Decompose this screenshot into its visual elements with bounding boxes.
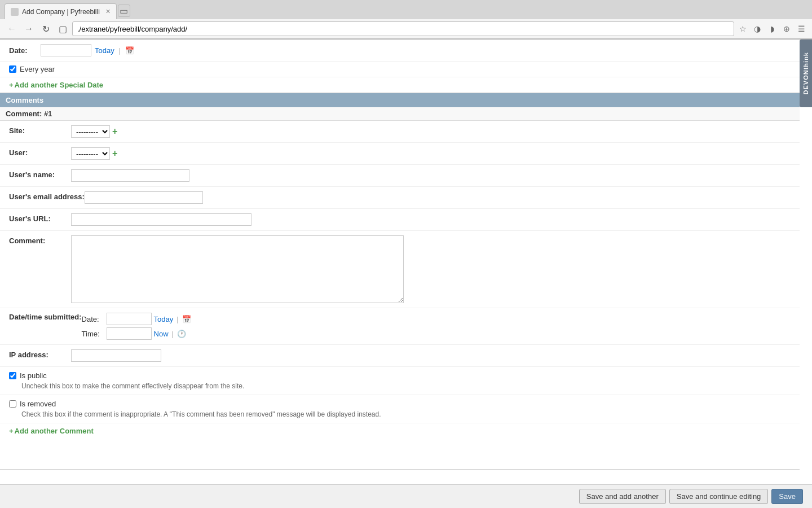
url-input[interactable]	[71, 213, 251, 226]
devonthink-label: DEVONthink	[802, 52, 809, 94]
date-sublabel: Date:	[82, 315, 104, 323]
datetime-field-row: Date/time submitted: Date: Today | 📅 Tim…	[0, 308, 800, 345]
is-public-label: Is public	[20, 371, 47, 380]
url-bar[interactable]	[72, 21, 734, 36]
url-value	[71, 213, 791, 226]
clock-icon[interactable]: 🕐	[177, 330, 186, 338]
is-removed-checkbox[interactable]	[9, 400, 16, 408]
bookmark-icon[interactable]: ☆	[736, 23, 749, 35]
ip-input[interactable]	[71, 349, 161, 362]
url-label: User's URL:	[9, 213, 71, 223]
top-date-label: Date:	[9, 46, 37, 55]
email-input[interactable]	[85, 191, 203, 204]
new-tab-button[interactable]: ▭	[118, 5, 130, 17]
add-special-date-link[interactable]: +Add another Special Date	[9, 81, 103, 89]
devonthink-sidebar[interactable]: DEVONthink	[800, 40, 812, 107]
user-select[interactable]: ---------	[71, 147, 110, 160]
save-continue-button[interactable]: Save and continue editing	[669, 489, 769, 504]
is-removed-line: Is removed	[9, 400, 791, 408]
comment-label: Comment:	[9, 235, 71, 245]
email-value	[85, 191, 791, 204]
time-line: Time: Now | 🕐	[82, 327, 191, 340]
submitted-date-input[interactable]	[107, 313, 152, 325]
top-date-row: Date: Today | 📅	[0, 40, 800, 62]
date-line: Date: Today | 📅	[82, 313, 191, 325]
username-input[interactable]	[71, 169, 189, 182]
back-button[interactable]: ←	[5, 21, 19, 36]
site-label: Site:	[9, 125, 71, 135]
moon-icon[interactable]: ◗	[766, 23, 778, 35]
every-year-label: Every year	[20, 65, 55, 73]
site-field-row: Site: --------- +	[0, 121, 800, 143]
active-tab[interactable]: Add Company | Pyfreebilli ✕	[5, 3, 117, 19]
is-public-checkbox[interactable]	[9, 372, 16, 379]
forward-button[interactable]: →	[21, 21, 36, 36]
plus-icon: +	[9, 81, 14, 89]
add-another-comment-row: +Add another Comment	[0, 423, 800, 470]
url-field-row: User's URL:	[0, 209, 800, 231]
user-value: --------- +	[71, 147, 791, 160]
comment-field-row: Comment:	[0, 231, 800, 308]
submitted-time-input[interactable]	[107, 327, 152, 340]
calendar-icon[interactable]: 📅	[125, 46, 134, 55]
plus-icon-comment: +	[9, 427, 14, 435]
email-label: User's email address:	[9, 191, 85, 201]
separator3: |	[172, 330, 174, 338]
shield-icon[interactable]: ◑	[751, 23, 764, 35]
username-field-row: User's name:	[0, 165, 800, 187]
datetime-fields: Date: Today | 📅 Time: Now | 🕐	[82, 313, 191, 340]
datetime-label: Date/time submitted:	[9, 313, 82, 321]
save-button[interactable]: Save	[771, 489, 803, 504]
submitted-calendar-icon[interactable]: 📅	[182, 315, 191, 323]
user-field-row: User: --------- +	[0, 143, 800, 165]
username-value	[71, 169, 791, 182]
comment-number: Comment: #1	[0, 107, 800, 121]
globe-icon[interactable]: ⊕	[780, 23, 793, 35]
browser-chrome: Add Company | Pyfreebilli ✕ ▭ ← → ↻ ▢ ☆ …	[0, 0, 812, 40]
top-today-link[interactable]: Today	[95, 46, 114, 55]
ip-value	[71, 349, 791, 362]
site-add-icon[interactable]: +	[112, 126, 117, 137]
submitted-today-link[interactable]: Today	[154, 315, 174, 323]
page-content: Date: Today | 📅 Every year +Add another …	[0, 40, 812, 508]
user-add-icon[interactable]: +	[112, 148, 117, 159]
refresh-button[interactable]: ↻	[38, 21, 53, 36]
is-removed-label: Is removed	[20, 400, 56, 408]
comment-textarea[interactable]	[71, 235, 404, 303]
ip-label: IP address:	[9, 349, 71, 359]
top-date-input[interactable]	[41, 44, 91, 56]
every-year-checkbox[interactable]	[9, 65, 16, 73]
site-value: --------- +	[71, 125, 791, 138]
comments-header-label: Comments	[6, 96, 43, 104]
now-link[interactable]: Now	[154, 330, 169, 338]
is-removed-row: Is removed Check this box if the comment…	[0, 395, 800, 423]
comments-section-header: Comments	[0, 93, 800, 107]
every-year-row: Every year	[0, 62, 800, 77]
time-sublabel: Time:	[82, 330, 104, 338]
nav-icons: ☆ ◑ ◗ ⊕ ☰	[736, 23, 807, 35]
user-label: User:	[9, 147, 71, 157]
site-select[interactable]: ---------	[71, 125, 110, 138]
ip-field-row: IP address:	[0, 345, 800, 367]
form-container: Date: Today | 📅 Every year +Add another …	[0, 40, 800, 470]
is-public-line: Is public	[9, 371, 791, 380]
save-add-button[interactable]: Save and add another	[579, 489, 666, 504]
navigation-bar: ← → ↻ ▢ ☆ ◑ ◗ ⊕ ☰	[0, 19, 812, 39]
is-public-help: Uncheck this box to make the comment eff…	[9, 382, 791, 390]
tab-bar: Add Company | Pyfreebilli ✕ ▭	[0, 0, 812, 19]
is-public-row: Is public Uncheck this box to make the c…	[0, 367, 800, 395]
add-another-comment-link[interactable]: +Add another Comment	[9, 427, 94, 435]
footer-bar: Save and add another Save and continue e…	[0, 484, 812, 508]
home-button[interactable]: ▢	[55, 21, 70, 36]
separator2: |	[176, 315, 178, 323]
tab-close-icon[interactable]: ✕	[105, 8, 111, 15]
separator: |	[119, 46, 121, 55]
tab-title: Add Company | Pyfreebilli	[22, 8, 100, 16]
is-removed-help: Check this box if the comment is inappro…	[9, 410, 791, 418]
username-label: User's name:	[9, 169, 71, 179]
add-special-date-row: +Add another Special Date	[0, 77, 800, 93]
menu-icon[interactable]: ☰	[795, 23, 807, 35]
email-field-row: User's email address:	[0, 187, 800, 209]
comment-value	[71, 235, 791, 303]
tab-favicon	[11, 8, 19, 16]
